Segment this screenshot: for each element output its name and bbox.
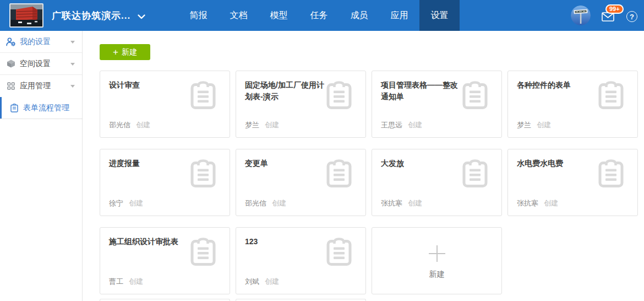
form-card[interactable]: 水电费水电费 张抗寒创建 [507,149,638,216]
clipboard-icon [462,158,488,190]
form-card-footer: 邵光信创建 [245,198,286,208]
form-card[interactable]: 施工组织设计审批表 曹工创建 [100,227,230,294]
new-form-card[interactable]: 新建 [372,227,502,294]
plus-icon [426,243,448,265]
form-card-grid: 设计审查 邵光信创建 固定场地/加工厂使用计划表-演示 [100,71,643,294]
form-card[interactable]: 变更单 邵光信创建 [236,149,366,216]
collapse-arrow-icon[interactable] [70,85,75,88]
sidebar-item-app-management[interactable]: 应用管理 [0,75,82,97]
clipboard-icon [326,237,352,268]
form-card-creator: 梦兰 [517,121,531,129]
form-card[interactable]: 各种控件的表单 梦兰创建 [507,71,638,138]
collapse-arrow-icon[interactable] [70,63,75,66]
clipboard-icon [326,80,352,112]
form-card-footer: 王思远创建 [381,120,422,130]
form-card-action: 创建 [136,121,150,129]
form-card-creator: 张抗寒 [517,199,538,207]
chevron-down-icon[interactable] [138,12,145,22]
new-form-button-label: 新建 [122,47,137,57]
form-card-creator: 刘斌 [245,277,259,286]
form-card-footer: 梦兰创建 [517,120,551,130]
nav-tab-settings[interactable]: 设置 [419,0,460,31]
form-card-creator: 梦兰 [245,121,259,129]
clipboard-icon [598,80,624,112]
form-card-footer: 邵光信创建 [109,120,150,130]
sidebar-item-label: 空间设置 [20,59,51,69]
nav-tab-apps[interactable]: 应用 [379,0,419,31]
collapse-arrow-icon[interactable] [70,41,75,44]
clipboard-icon [190,80,216,112]
sidebar-item-my-settings[interactable]: 我的设置 [0,31,82,53]
form-card[interactable]: 设计审查 邵光信创建 [100,71,230,138]
sidebar-item-label: 我的设置 [20,37,51,47]
form-card-creator: 徐宁 [109,199,123,207]
form-card-footer: 徐宁创建 [109,198,143,208]
sidebar-item-label: 表单流程管理 [23,103,69,113]
new-form-card-label: 新建 [429,270,445,280]
user-avatar[interactable] [571,6,591,25]
form-card-creator: 张抗寒 [381,199,402,207]
form-card[interactable]: 固定场地/加工厂使用计划表-演示 梦兰创建 [236,71,366,138]
sidebar-item-space-settings[interactable]: 空间设置 [0,53,82,75]
nav-tab-members[interactable]: 成员 [339,0,379,31]
form-card[interactable]: 进度报量 徐宁创建 [100,149,230,216]
form-card-creator: 王思远 [381,121,402,129]
partial-card-top [236,299,366,301]
help-icon[interactable]: ? [626,11,637,22]
clipboard-icon [598,158,624,190]
form-card-title: 施工组织设计审批表 [109,236,193,248]
form-card-creator: 曹工 [109,277,123,286]
new-form-button[interactable]: + 新建 [100,44,150,60]
form-card[interactable]: 大发放 张抗寒创建 [372,149,502,216]
sidebar-item-label: 应用管理 [20,81,51,91]
top-navigation-bar: 广联达协筑演示... 简报 文档 模型 任务 成员 应用 设置 [0,0,644,31]
nav-tab-briefing[interactable]: 简报 [178,0,219,31]
form-card-action: 创建 [408,121,422,129]
project-logo[interactable] [9,3,43,28]
settings-sidebar: 我的设置 空间设置 [0,31,83,301]
page-body: 我的设置 空间设置 [0,31,644,301]
form-card-action: 创建 [408,199,422,207]
user-gear-icon [6,37,17,46]
avatar-image [571,6,591,25]
clipboard-icon [9,104,20,112]
form-card-footer: 张抗寒创建 [517,198,558,208]
form-card-title: 水电费水电费 [517,158,601,169]
app-window: 广联达协筑演示... 简报 文档 模型 任务 成员 应用 设置 [0,0,644,301]
grid-icon [6,82,17,90]
project-logo-image [10,4,42,26]
clipboard-icon [190,237,216,268]
notification-count-badge: 99+ [605,4,624,14]
form-card-footer: 张抗寒创建 [381,198,422,208]
partial-card-top [100,299,230,301]
form-card-creator: 邵光信 [109,121,130,129]
form-card-action: 创建 [272,199,286,207]
clipboard-icon [326,158,352,190]
plus-icon: + [113,47,118,57]
form-card-footer: 刘斌创建 [245,277,279,287]
main-nav: 简报 文档 模型 任务 成员 应用 设置 [178,0,460,31]
workspace-title[interactable]: 广联达协筑演示... [52,9,130,22]
form-card[interactable]: 项目管理表格——整改通知单 王思远创建 [372,71,502,138]
sidebar-item-form-workflow-management[interactable]: 表单流程管理 [0,97,82,119]
form-card-action: 创建 [265,121,279,129]
notifications-button[interactable]: 99+ [602,12,614,24]
form-card-title: 大发放 [381,158,465,169]
nav-tab-models[interactable]: 模型 [259,0,299,31]
form-card-title: 设计审查 [109,79,193,91]
form-card-action: 创建 [129,277,143,286]
clipboard-icon [190,158,216,190]
next-row-card-edges [100,299,644,301]
form-card-title: 123 [245,236,329,248]
form-card-title: 进度报量 [109,158,193,169]
form-card-title: 各种控件的表单 [517,79,601,91]
topbar-right-cluster: 99+ ? [571,0,637,31]
form-card[interactable]: 123 刘斌创建 [236,227,366,294]
nav-tab-documents[interactable]: 文档 [219,0,259,31]
cube-icon [6,60,17,68]
form-card-action: 创建 [537,121,551,129]
form-management-panel: + 新建 设计审查 邵光信创建 固定场地/加工厂使用计划表-演示 [83,31,644,301]
nav-tab-tasks[interactable]: 任务 [299,0,339,31]
form-card-action: 创建 [129,199,143,207]
form-card-creator: 邵光信 [245,199,266,207]
